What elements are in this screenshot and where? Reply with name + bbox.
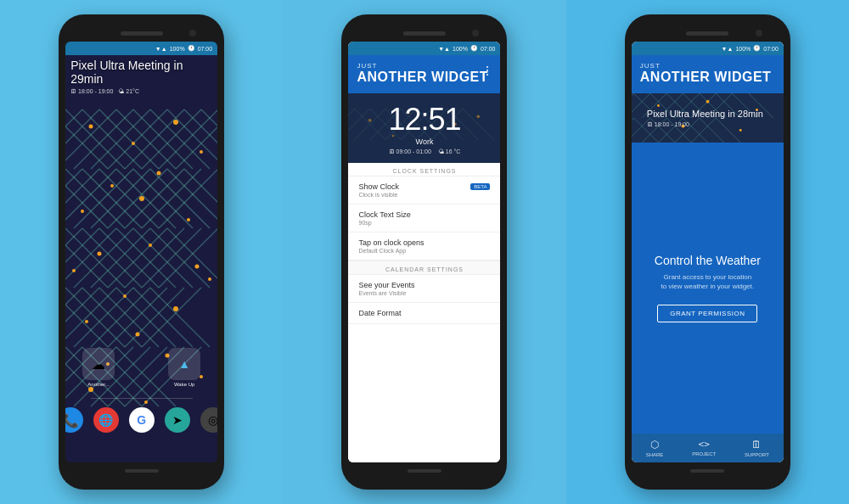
nav-project-label: PROJECT — [692, 451, 716, 456]
phone-top-bar-3 — [632, 25, 784, 42]
dock-row: 📞 🌐 G — [65, 407, 217, 433]
svg-point-91 — [110, 184, 114, 188]
app-google[interactable]: G — [129, 407, 155, 433]
phone-speaker-3 — [686, 31, 728, 36]
grant-permission-button[interactable]: GRANT PERMISSION — [657, 305, 757, 322]
phone-top-bar-2 — [348, 25, 500, 42]
show-clock-title: Show Clock BETA — [358, 182, 490, 191]
nav-project[interactable]: <> PROJECT — [692, 439, 716, 457]
support-icon: 🗓 — [751, 439, 762, 451]
dock-area: ☁ Another... ▲ Wake Up — [65, 348, 217, 433]
svg-point-104 — [208, 277, 211, 281]
svg-line-19 — [159, 109, 217, 169]
another-icon[interactable]: ☁ — [82, 348, 115, 380]
svg-point-98 — [149, 244, 152, 247]
phone-speaker-1 — [121, 31, 163, 36]
settings-screen: ▼▲ 100% 🕐 07:00 JUST ANOTHER WIDGET ⋮ — [348, 42, 500, 462]
setting-show-clock[interactable]: Show Clock BETA Clock is visible — [348, 176, 500, 204]
svg-point-90 — [173, 120, 178, 125]
app-maps[interactable]: ➤ — [165, 407, 190, 433]
permission-title: Control the Weather — [655, 254, 761, 267]
svg-line-15 — [91, 109, 150, 169]
panel-settings: ▼▲ 100% 🕐 07:00 JUST ANOTHER WIDGET ⋮ — [283, 0, 565, 504]
svg-line-36 — [108, 169, 167, 228]
svg-point-103 — [136, 333, 140, 337]
status-bar-2: ▼▲ 100% 🕐 07:00 — [348, 42, 500, 55]
svg-point-99 — [195, 265, 200, 269]
time-range: 🗓 18:00 - 19:00 — [70, 88, 113, 94]
battery-3: 100% — [735, 46, 751, 52]
svg-point-100 — [123, 294, 127, 298]
phone-app-icon[interactable]: 📞 — [65, 407, 83, 433]
svg-line-54 — [108, 228, 167, 288]
phone3-header: JUST ANOTHER WIDGET — [632, 55, 784, 93]
phone-screen-3: ▼▲ 100% 🕐 07:00 JUST ANOTHER WIDGET — [632, 42, 784, 462]
svg-line-120 — [348, 109, 355, 139]
svg-line-55 — [125, 228, 184, 288]
setting-tap-clock[interactable]: Tap on clock opens Default Clock App — [348, 232, 500, 260]
chrome-app-icon[interactable]: 🌐 — [93, 407, 119, 433]
clock-time: 12:51 — [357, 102, 492, 137]
svg-point-101 — [173, 306, 178, 311]
signal-icon-2: ▼▲ — [438, 46, 450, 52]
phone-bottom-bar-2 — [348, 462, 500, 479]
svg-line-31 — [65, 169, 82, 228]
nav-share[interactable]: ⬡ SHARE — [646, 439, 664, 457]
phone-3: ▼▲ 100% 🕐 07:00 JUST ANOTHER WIDGET — [625, 14, 790, 490]
app-phone[interactable]: 📞 — [65, 407, 83, 433]
time-3: 07:00 — [763, 46, 779, 52]
header3-title: ANOTHER WIDGET — [640, 70, 775, 85]
widget-icon-row: ☁ Another... ▲ Wake Up — [65, 348, 217, 387]
svg-line-52 — [74, 228, 133, 288]
google-app-icon[interactable]: G — [129, 407, 155, 433]
home-button-2 — [408, 469, 441, 473]
svg-line-49 — [65, 228, 82, 288]
svg-point-105 — [72, 269, 76, 272]
another-label: Another... — [87, 382, 110, 387]
nav-support[interactable]: 🗓 SUPPORT — [745, 439, 769, 457]
clock-settings-header: CLOCK SETTINGS — [348, 163, 500, 176]
permission-screen: ▼▲ 100% 🕐 07:00 JUST ANOTHER WIDGET — [632, 42, 784, 462]
app-chrome[interactable]: 🌐 — [93, 407, 119, 433]
phone-camera-3 — [756, 30, 762, 36]
svg-line-38 — [142, 169, 201, 228]
camera-app-icon[interactable]: ◎ — [200, 407, 218, 433]
menu-icon[interactable]: ⋮ — [481, 64, 493, 77]
svg-line-66 — [65, 288, 82, 347]
time-2: 07:00 — [481, 46, 496, 52]
header-just: JUST — [357, 62, 492, 70]
show-clock-sub: Clock is visible — [358, 192, 490, 198]
setting-date-format[interactable]: Date Format — [348, 303, 500, 324]
home-button-1 — [125, 469, 159, 473]
permission-subtitle: Grant access to your locationto view wea… — [661, 272, 754, 291]
svg-point-89 — [132, 142, 135, 145]
phone-top-bar-1 — [65, 25, 217, 42]
phone-bottom-bar-3 — [632, 462, 784, 479]
setting-see-events[interactable]: See your Events Events are Visible — [348, 275, 500, 303]
project-icon: <> — [699, 439, 710, 450]
header3-just: JUST — [640, 62, 775, 70]
svg-point-97 — [98, 252, 102, 256]
app-camera[interactable]: ◎ — [200, 407, 218, 433]
setting-clock-size[interactable]: Clock Text Size 90sp — [348, 204, 500, 232]
nav-support-label: SUPPORT — [745, 452, 769, 457]
svg-line-70 — [91, 288, 150, 347]
nav-share-label: SHARE — [646, 452, 664, 457]
svg-line-71 — [108, 288, 167, 347]
phone-camera-2 — [472, 30, 479, 36]
weather: 🌤 21°C — [118, 88, 139, 94]
widget-icon-another[interactable]: ☁ Another... — [82, 348, 115, 387]
svg-line-142 — [632, 93, 634, 118]
clock-schedule: 🗓 09:00 - 01:00 — [389, 148, 431, 154]
date-format-title: Date Format — [358, 309, 490, 317]
wakeup-icon[interactable]: ▲ — [168, 348, 200, 380]
wakeup-label: Wake Up — [174, 382, 194, 387]
widget-icon-wakeup[interactable]: ▲ Wake Up — [168, 348, 200, 387]
svg-line-11 — [65, 109, 82, 169]
beta-badge: BETA — [470, 183, 490, 190]
meeting-text: Pixel Ultra Meeting in 29min — [70, 59, 212, 86]
phone3-widget: Pixel Ultra Meeting in 28min 🗓 18:00 - 1… — [632, 93, 784, 143]
panel-permission: ▼▲ 100% 🕐 07:00 JUST ANOTHER WIDGET — [566, 0, 849, 504]
dock-separator — [91, 398, 193, 399]
maps-app-icon[interactable]: ➤ — [165, 407, 190, 433]
